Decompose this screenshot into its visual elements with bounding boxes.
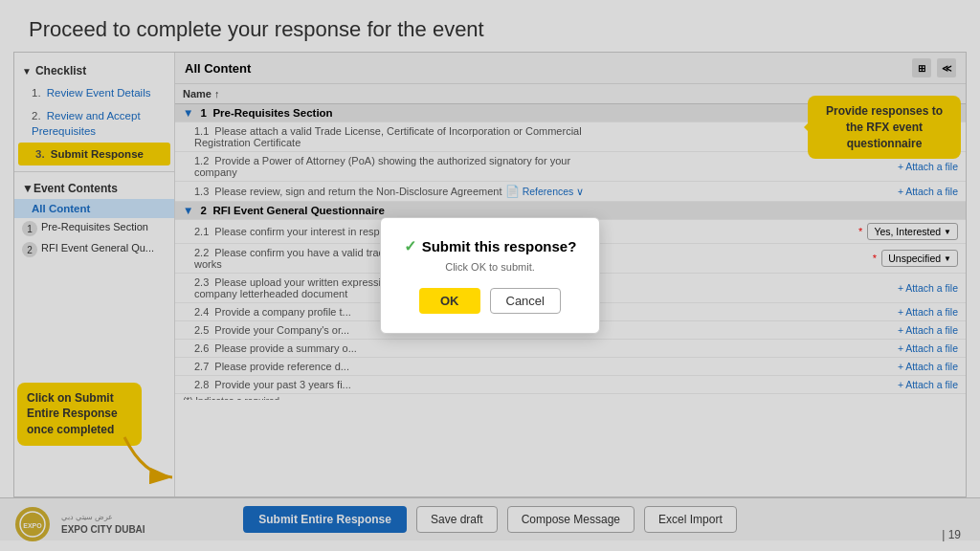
check-icon: ✓ bbox=[404, 237, 416, 255]
modal-overlay: ✓ Submit this response? Click OK to subm… bbox=[0, 0, 980, 551]
modal-subtitle: Click OK to submit. bbox=[404, 261, 577, 273]
modal-cancel-button[interactable]: Cancel bbox=[490, 288, 561, 314]
modal-ok-button[interactable]: OK bbox=[419, 288, 480, 314]
modal-title: ✓ Submit this response? bbox=[404, 237, 577, 255]
modal-buttons: OK Cancel bbox=[404, 288, 577, 314]
modal-box: ✓ Submit this response? Click OK to subm… bbox=[380, 217, 601, 334]
page-container: Proceed to complete your response for th… bbox=[0, 0, 980, 551]
